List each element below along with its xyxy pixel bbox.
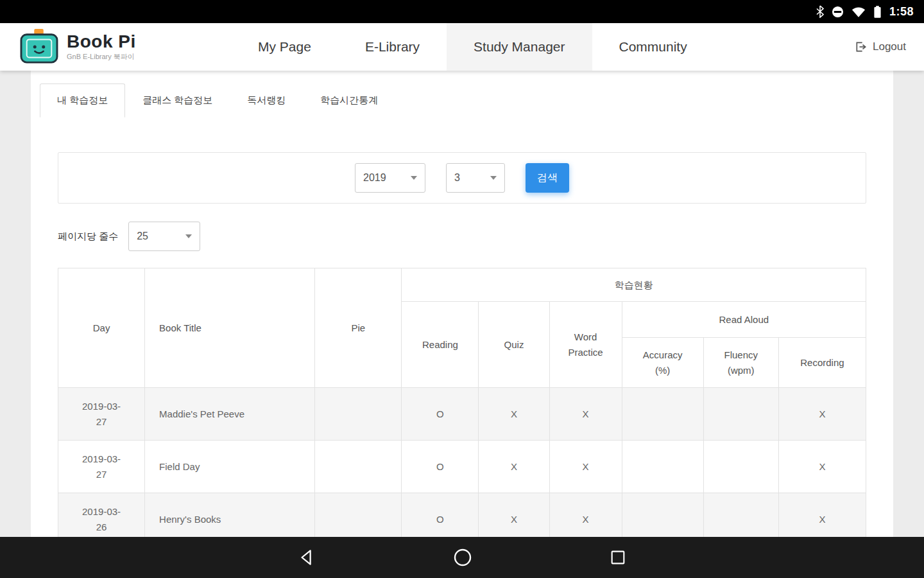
cell-recording: X bbox=[778, 441, 866, 493]
cell-quiz: X bbox=[479, 441, 549, 493]
cell-pie bbox=[315, 441, 402, 493]
cell-fluency bbox=[703, 441, 778, 493]
clock: 1:58 bbox=[889, 5, 914, 19]
android-back-button[interactable] bbox=[297, 548, 316, 567]
wifi-icon bbox=[851, 6, 866, 18]
cell-book-title: Field Day bbox=[145, 441, 315, 493]
search-button[interactable]: 검색 bbox=[526, 163, 569, 193]
cell-pie bbox=[315, 388, 402, 441]
col-header-reading: Reading bbox=[402, 302, 479, 388]
page-background: 내 학습정보 클래스 학습정보 독서랭킹 학습시간통계 2019 3 검색 bbox=[0, 71, 924, 537]
cell-day: 2019-03-26 bbox=[58, 493, 145, 538]
chevron-down-icon bbox=[490, 176, 497, 180]
screen: 1:58 Book Pi GnB E-Library 북파이 My Page E… bbox=[0, 0, 924, 578]
table-row: 2019-03-27 Maddie's Pet Peeve O X X X bbox=[58, 388, 866, 441]
logo-title: Book Pi bbox=[67, 32, 136, 51]
group-header-study-status: 학습현황 bbox=[402, 268, 866, 302]
tab-bar: 내 학습정보 클래스 학습정보 독서랭킹 학습시간통계 bbox=[40, 83, 884, 118]
android-recents-button[interactable] bbox=[609, 548, 627, 566]
cell-pie bbox=[315, 493, 402, 538]
cell-accuracy bbox=[622, 493, 703, 538]
year-select[interactable]: 2019 bbox=[355, 163, 425, 193]
col-header-book-title: Book Title bbox=[145, 268, 315, 388]
cell-word-practice: X bbox=[549, 493, 622, 538]
do-not-disturb-icon bbox=[832, 6, 844, 18]
main-nav: My Page E-Library Study Manager Communit… bbox=[231, 23, 714, 71]
study-table: Day Book Title Pie 학습현황 Reading Quiz Wor… bbox=[58, 268, 866, 537]
nav-e-library[interactable]: E-Library bbox=[338, 23, 447, 71]
chevron-down-icon bbox=[411, 176, 417, 180]
logout-button[interactable]: Logout bbox=[855, 23, 924, 71]
cell-quiz: X bbox=[479, 493, 549, 538]
cell-reading: O bbox=[402, 388, 479, 441]
logout-icon bbox=[855, 40, 868, 53]
logout-label: Logout bbox=[873, 40, 906, 53]
tab-reading-ranking[interactable]: 독서랭킹 bbox=[230, 83, 303, 118]
tab-study-time-stats[interactable]: 학습시간통계 bbox=[303, 83, 395, 118]
cell-book-title: Maddie's Pet Peeve bbox=[145, 388, 315, 441]
card-inner: 2019 3 검색 페이지당 줄수 25 bbox=[31, 152, 893, 537]
col-header-quiz: Quiz bbox=[479, 302, 549, 388]
cell-reading: O bbox=[402, 441, 479, 493]
per-page-label: 페이지당 줄수 bbox=[58, 231, 118, 243]
nav-community[interactable]: Community bbox=[592, 23, 714, 71]
cell-word-practice: X bbox=[549, 388, 622, 441]
cell-fluency bbox=[703, 388, 778, 441]
tab-class-study-info[interactable]: 클래스 학습정보 bbox=[125, 83, 230, 118]
cell-reading: O bbox=[402, 493, 479, 538]
month-select-value: 3 bbox=[454, 172, 460, 184]
tab-my-study-info[interactable]: 내 학습정보 bbox=[40, 83, 125, 118]
cell-fluency bbox=[703, 493, 778, 538]
cell-accuracy bbox=[622, 388, 703, 441]
table-row: 2019-03-27 Field Day O X X X bbox=[58, 441, 866, 493]
cell-accuracy bbox=[622, 441, 703, 493]
cell-recording: X bbox=[778, 388, 866, 441]
group-header-read-aloud: Read Aloud bbox=[622, 302, 866, 338]
bookpi-logo[interactable]: Book Pi GnB E-Library 북파이 bbox=[0, 23, 205, 71]
cell-day: 2019-03-27 bbox=[58, 388, 145, 441]
col-header-day: Day bbox=[58, 268, 145, 388]
bluetooth-icon bbox=[816, 5, 824, 18]
chevron-down-icon bbox=[185, 234, 192, 238]
col-header-recording: Recording bbox=[778, 338, 866, 388]
nav-study-manager[interactable]: Study Manager bbox=[447, 23, 592, 71]
filter-panel: 2019 3 검색 bbox=[58, 152, 866, 204]
per-page-select-value: 25 bbox=[137, 231, 148, 242]
cell-recording: X bbox=[778, 493, 866, 538]
android-nav-bar bbox=[0, 537, 924, 578]
home-icon bbox=[452, 547, 473, 568]
back-icon bbox=[297, 548, 316, 567]
cell-book-title: Henry's Books bbox=[145, 493, 315, 538]
logo-subtitle: GnB E-Library 북파이 bbox=[67, 52, 136, 62]
year-select-value: 2019 bbox=[363, 172, 386, 184]
table-row: 2019-03-26 Henry's Books O X X X bbox=[58, 493, 866, 538]
col-header-accuracy: Accuracy (%) bbox=[622, 338, 703, 388]
col-header-word-practice: Word Practice bbox=[549, 302, 622, 388]
cell-quiz: X bbox=[479, 388, 549, 441]
app-header: Book Pi GnB E-Library 북파이 My Page E-Libr… bbox=[0, 23, 924, 71]
nav-my-page[interactable]: My Page bbox=[231, 23, 338, 71]
month-select[interactable]: 3 bbox=[446, 163, 505, 193]
android-home-button[interactable] bbox=[452, 547, 473, 568]
per-page-select[interactable]: 25 bbox=[128, 222, 200, 251]
cell-day: 2019-03-27 bbox=[58, 441, 145, 493]
per-page-row: 페이지당 줄수 25 bbox=[58, 222, 866, 251]
recents-icon bbox=[609, 548, 627, 566]
battery-icon bbox=[873, 5, 882, 19]
bookpi-logo-icon bbox=[19, 29, 59, 65]
content-card: 내 학습정보 클래스 학습정보 독서랭킹 학습시간통계 2019 3 검색 bbox=[31, 71, 893, 537]
table-body: 2019-03-27 Maddie's Pet Peeve O X X X 20… bbox=[58, 388, 866, 538]
col-header-fluency: Fluency (wpm) bbox=[703, 338, 778, 388]
logo-text: Book Pi GnB E-Library 북파이 bbox=[67, 32, 136, 62]
android-status-bar: 1:58 bbox=[0, 0, 924, 23]
col-header-pie: Pie bbox=[315, 268, 402, 388]
cell-word-practice: X bbox=[549, 441, 622, 493]
